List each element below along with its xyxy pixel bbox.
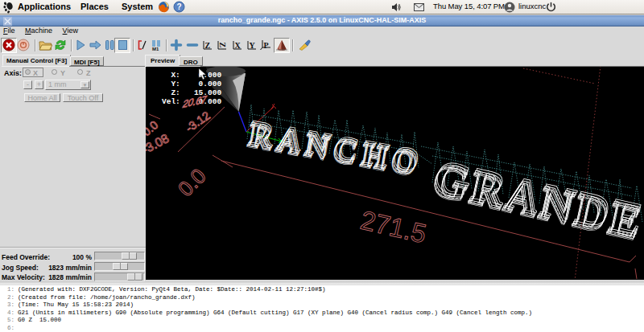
svg-text:P: P: [264, 41, 269, 50]
svg-text:Y: 0.000: Y: 0.000: [162, 80, 221, 88]
svg-text:Y: Y: [250, 41, 256, 50]
svg-text:X: 0.000: X: 0.000: [162, 71, 221, 80]
svg-text:?: ?: [176, 2, 181, 11]
svg-text:Z: Z: [205, 41, 211, 50]
svg-text:X: X: [235, 41, 242, 50]
svg-text:Z: Z: [218, 43, 227, 48]
svg-text:M1: M1: [152, 47, 159, 51]
